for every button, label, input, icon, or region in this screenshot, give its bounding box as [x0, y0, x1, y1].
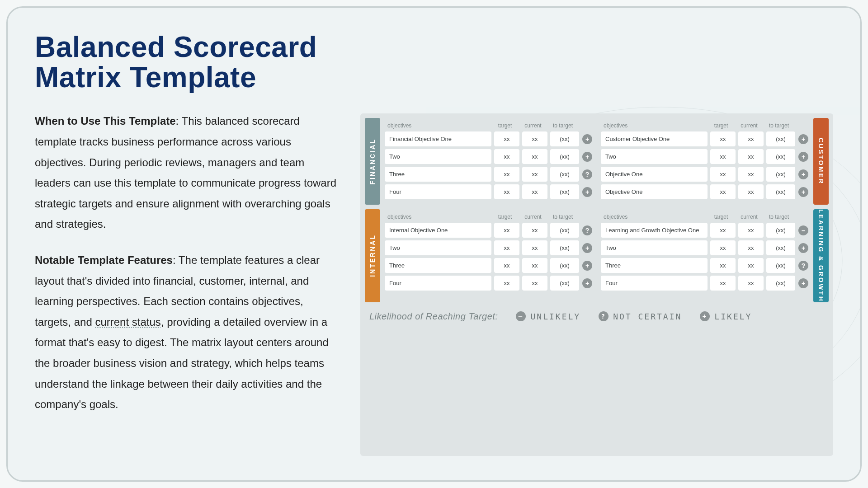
table-row: Twoxxxx(xx)+	[385, 149, 593, 164]
quadrant-table: objectivestargetcurrentto targetLearning…	[599, 209, 811, 302]
target-cell: xx	[710, 149, 736, 164]
table-row: Financial Objective Onexxxx(xx)+	[385, 131, 593, 146]
objective-cell: Financial Objective One	[385, 131, 491, 146]
target-cell: xx	[494, 131, 519, 146]
plus-icon: +	[798, 134, 808, 144]
question-icon: ?	[582, 169, 592, 179]
target-cell: xx	[710, 131, 736, 146]
current-cell: xx	[738, 240, 764, 255]
plus-icon: +	[798, 169, 808, 179]
quadrant-table: objectivestargetcurrentto targetInternal…	[383, 209, 594, 302]
current-cell: xx	[522, 276, 547, 291]
legend-not-certain: ? NOT CERTAIN	[599, 311, 682, 321]
plus-icon: +	[798, 152, 808, 162]
table-header: objectivestargetcurrentto target	[601, 212, 809, 223]
to-target-cell: (xx)	[766, 276, 795, 291]
target-cell: xx	[494, 223, 519, 238]
page-title: Balanced Scorecard Matrix Template	[35, 32, 342, 93]
quadrant-table: objectivestargetcurrentto targetCustomer…	[599, 118, 811, 205]
plus-icon: +	[582, 261, 592, 271]
table-row: Threexxxx(xx)?	[601, 258, 809, 273]
plus-icon: +	[582, 187, 592, 197]
target-cell: xx	[710, 258, 736, 273]
current-cell: xx	[738, 258, 764, 273]
objective-cell: Two	[601, 240, 708, 255]
target-cell: xx	[710, 167, 736, 182]
plus-icon: +	[582, 278, 592, 288]
plus-icon: +	[798, 243, 808, 253]
current-cell: xx	[522, 167, 547, 182]
scorecard-panel: FINANCIALobjectivestargetcurrentto targe…	[360, 113, 833, 456]
p2-body-b: , providing a detailed overview in a for…	[35, 316, 329, 410]
minus-icon: –	[798, 225, 808, 235]
current-cell: xx	[738, 276, 764, 291]
p2-underlined: current status	[95, 316, 160, 328]
objective-cell: Objective One	[601, 184, 708, 199]
to-target-cell: (xx)	[766, 240, 795, 255]
table-row: Twoxxxx(xx)+	[385, 240, 593, 255]
plus-icon: +	[582, 243, 592, 253]
document-card: Balanced Scorecard Matrix Template When …	[6, 6, 862, 482]
table-row: Fourxxxx(xx)+	[601, 276, 809, 291]
p2-label: Notable Template Features	[35, 254, 173, 266]
current-cell: xx	[522, 258, 547, 273]
objective-cell: Four	[385, 276, 491, 291]
table-row: Objective Onexxxx(xx)+	[601, 167, 809, 182]
table-row: Fourxxxx(xx)+	[385, 276, 593, 291]
target-cell: xx	[710, 223, 736, 238]
current-cell: xx	[738, 167, 764, 182]
minus-icon: –	[516, 311, 526, 321]
objective-cell: Three	[385, 258, 491, 273]
p1-body: : This balanced scorecard template track…	[35, 115, 336, 230]
to-target-cell: (xx)	[550, 167, 579, 182]
objective-cell: Three	[385, 167, 491, 182]
objective-cell: Four	[385, 184, 491, 199]
quadrant-table: objectivestargetcurrentto targetFinancia…	[383, 118, 594, 205]
target-cell: xx	[494, 167, 519, 182]
to-target-cell: (xx)	[766, 258, 795, 273]
quadrant-customer: CUSTOMERobjectivestargetcurrentto target…	[599, 118, 829, 205]
target-cell: xx	[494, 149, 519, 164]
current-cell: xx	[522, 223, 547, 238]
table-row: Internal Objective Onexxxx(xx)?	[385, 223, 593, 238]
target-cell: xx	[494, 258, 519, 273]
to-target-cell: (xx)	[550, 276, 579, 291]
p1-label: When to Use This Template	[35, 115, 176, 127]
table-header: objectivestargetcurrentto target	[385, 212, 593, 223]
legend-unlikely: – UNLIKELY	[516, 311, 580, 321]
plus-icon: +	[798, 187, 808, 197]
legend-likely: + LIKELY	[700, 311, 752, 321]
to-target-cell: (xx)	[766, 149, 795, 164]
objective-cell: Four	[601, 276, 708, 291]
quadrant-label: INTERNAL	[365, 209, 380, 302]
to-target-cell: (xx)	[766, 167, 795, 182]
objective-cell: Learning and Growth Objective One	[601, 223, 708, 238]
objective-cell: Internal Objective One	[385, 223, 491, 238]
table-row: Twoxxxx(xx)+	[601, 149, 809, 164]
quadrant-growth: LEARNING & GROWTHobjectivestargetcurrent…	[599, 209, 829, 302]
table-row: Customer Objective Onexxxx(xx)+	[601, 131, 809, 146]
to-target-cell: (xx)	[550, 240, 579, 255]
scorecard-grid: FINANCIALobjectivestargetcurrentto targe…	[365, 118, 829, 302]
plus-icon: +	[700, 311, 710, 321]
current-cell: xx	[522, 149, 547, 164]
table-header: objectivestargetcurrentto target	[385, 121, 593, 131]
target-cell: xx	[710, 240, 736, 255]
objective-cell: Two	[601, 149, 708, 164]
objective-cell: Customer Objective One	[601, 131, 708, 146]
quadrant-label: FINANCIAL	[365, 118, 380, 205]
question-icon: ?	[599, 311, 609, 321]
table-row: Fourxxxx(xx)+	[385, 184, 593, 199]
current-cell: xx	[738, 149, 764, 164]
question-icon: ?	[798, 261, 808, 271]
to-target-cell: (xx)	[550, 258, 579, 273]
table-row: Twoxxxx(xx)+	[601, 240, 809, 255]
target-cell: xx	[710, 184, 736, 199]
to-target-cell: (xx)	[550, 131, 579, 146]
quadrant-label: LEARNING & GROWTH	[813, 209, 829, 302]
to-target-cell: (xx)	[766, 184, 795, 199]
plus-icon: +	[582, 134, 592, 144]
current-cell: xx	[738, 184, 764, 199]
target-cell: xx	[494, 240, 519, 255]
quadrant-label: CUSTOMER	[813, 118, 829, 205]
